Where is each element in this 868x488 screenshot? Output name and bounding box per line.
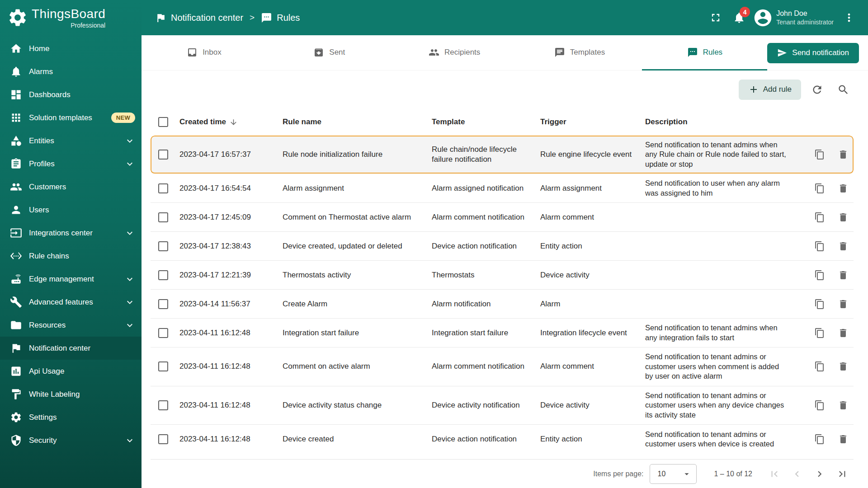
row-checkbox[interactable] <box>158 328 168 338</box>
row-checkbox[interactable] <box>158 434 168 444</box>
copy-rule-button[interactable] <box>810 266 829 285</box>
copy-rule-button[interactable] <box>810 396 829 415</box>
refresh-button[interactable] <box>807 79 827 100</box>
refresh-icon <box>811 84 823 96</box>
app-title: ThingsBoard <box>32 7 105 21</box>
cell-trigger: Alarm comment <box>540 208 645 227</box>
sidebar-item-label: Notification center <box>29 344 135 353</box>
table-row[interactable]: 2023-04-17 12:38:43Device created, updat… <box>151 232 854 261</box>
row-checkbox[interactable] <box>158 400 168 410</box>
copy-rule-button[interactable] <box>810 145 829 164</box>
select-all-checkbox[interactable] <box>158 117 168 127</box>
sidebar-item-edge-management[interactable]: Edge management <box>0 267 142 291</box>
delete-rule-button[interactable] <box>834 266 853 285</box>
sidebar-item-entities[interactable]: Entities <box>0 129 142 152</box>
sidebar-item-advanced-features[interactable]: Advanced features <box>0 291 142 314</box>
row-checkbox-cell <box>151 396 179 415</box>
delete-rule-button[interactable] <box>834 324 853 343</box>
sidebar-item-integrations-center[interactable]: Integrations center <box>0 221 142 244</box>
delete-rule-button[interactable] <box>834 237 853 256</box>
last-page-button[interactable] <box>831 463 854 485</box>
row-checkbox[interactable] <box>158 212 168 222</box>
table-row[interactable]: 2023-04-17 16:54:54Alarm assignmentAlarm… <box>151 174 854 203</box>
sidebar-item-rule-chains[interactable]: Rule chains <box>0 244 142 267</box>
next-page-button[interactable] <box>808 463 831 485</box>
plus-icon <box>748 84 759 95</box>
more-menu-button[interactable] <box>837 6 861 29</box>
row-checkbox[interactable] <box>158 299 168 309</box>
user-avatar[interactable] <box>751 6 774 29</box>
sidebar-item-security[interactable]: Security <box>0 429 142 452</box>
cell-template: Alarm notification <box>432 295 540 314</box>
delete-rule-button[interactable] <box>834 295 853 314</box>
breadcrumb-notification-center[interactable]: Notification center <box>155 12 243 23</box>
row-checkbox[interactable] <box>158 270 168 280</box>
table-row[interactable]: 2023-04-17 16:57:37Rule node initializat… <box>151 136 854 174</box>
sidebar-item-users[interactable]: Users <box>0 198 142 221</box>
copy-rule-button[interactable] <box>810 357 829 376</box>
sidebar-item-customers[interactable]: Customers <box>0 175 142 198</box>
user-name: John Doe <box>776 9 834 19</box>
thingsboard-logo[interactable]: ThingsBoard Professional <box>0 0 142 35</box>
delete-rule-button[interactable] <box>834 357 853 376</box>
row-checkbox[interactable] <box>158 361 168 371</box>
table-row[interactable]: 2023-04-11 16:12:48Integration start fai… <box>151 319 854 347</box>
copy-rule-button[interactable] <box>810 179 829 198</box>
column-header-rule-name[interactable]: Rule name <box>283 113 432 131</box>
table-row[interactable]: 2023-04-11 16:12:48Device createdDevice … <box>151 425 854 454</box>
tab-inbox[interactable]: Inbox <box>142 35 267 70</box>
tab-templates[interactable]: Templates <box>517 35 642 70</box>
table-row[interactable]: 2023-04-17 12:21:39Thermostats activityT… <box>151 261 854 290</box>
pagination-range: 1 – 10 of 12 <box>714 470 752 478</box>
table-row[interactable]: 2023-04-17 12:45:09Comment on Thermostat… <box>151 203 854 232</box>
row-checkbox[interactable] <box>158 241 168 251</box>
first-page-button[interactable] <box>763 463 786 485</box>
row-actions <box>795 425 854 453</box>
column-header-trigger[interactable]: Trigger <box>540 113 645 131</box>
table-row[interactable]: 2023-04-11 16:12:48Device activity statu… <box>151 386 854 425</box>
copy-rule-button[interactable] <box>810 208 829 227</box>
copy-rule-button[interactable] <box>810 237 829 256</box>
copy-rule-button[interactable] <box>810 430 829 449</box>
notifications-button[interactable]: 4 <box>727 6 751 29</box>
row-checkbox[interactable] <box>158 183 168 193</box>
sidebar-item-home[interactable]: Home <box>0 37 142 60</box>
row-checkbox[interactable] <box>158 150 168 160</box>
sidebar-item-solution-templates[interactable]: Solution templatesNEW <box>0 106 142 129</box>
sidebar-item-white-labeling[interactable]: White Labeling <box>0 383 142 406</box>
delete-rule-button[interactable] <box>834 179 853 198</box>
tab-rules[interactable]: Rules <box>642 35 767 70</box>
copy-rule-button[interactable] <box>810 295 829 314</box>
sidebar-item-alarms[interactable]: Alarms <box>0 60 142 83</box>
delete-rule-button[interactable] <box>834 145 853 164</box>
tab-sent[interactable]: Sent <box>267 35 392 70</box>
tab-recipients[interactable]: Recipients <box>392 35 517 70</box>
delete-rule-button[interactable] <box>834 430 853 449</box>
chevron-down-icon <box>124 274 135 285</box>
copy-rule-button[interactable] <box>810 324 829 343</box>
column-header-template[interactable]: Template <box>432 113 540 131</box>
sidebar-item-settings[interactable]: Settings <box>0 406 142 429</box>
table-row[interactable]: 2023-04-14 11:56:37Create AlarmAlarm not… <box>151 290 854 319</box>
delete-rule-button[interactable] <box>834 396 853 415</box>
account-circle-icon <box>753 8 773 28</box>
table-row[interactable]: 2023-04-11 16:12:48Comment on active ala… <box>151 347 854 386</box>
sidebar-item-notification-center[interactable]: Notification center <box>0 337 142 360</box>
sidebar-item-profiles[interactable]: Profiles <box>0 152 142 175</box>
copy-icon <box>814 328 825 338</box>
cell-rule-name: Device created <box>283 430 432 449</box>
items-per-page-select[interactable]: 10 <box>650 464 697 484</box>
column-header-created-time[interactable]: Created time <box>179 113 283 131</box>
sidebar-item-dashboards[interactable]: Dashboards <box>0 83 142 106</box>
search-button[interactable] <box>833 79 854 100</box>
sidebar-item-resources[interactable]: Resources <box>0 314 142 337</box>
delete-rule-button[interactable] <box>834 208 853 227</box>
add-rule-button[interactable]: Add rule <box>739 80 801 100</box>
chevron-down-icon <box>124 228 135 239</box>
send-notification-button[interactable]: Send notification <box>767 43 859 63</box>
fullscreen-button[interactable] <box>704 6 727 29</box>
column-header-description[interactable]: Description <box>645 113 795 131</box>
breadcrumb-rules[interactable]: Rules <box>261 12 300 23</box>
previous-page-button[interactable] <box>786 463 808 485</box>
sidebar-item-api-usage[interactable]: Api Usage <box>0 360 142 383</box>
